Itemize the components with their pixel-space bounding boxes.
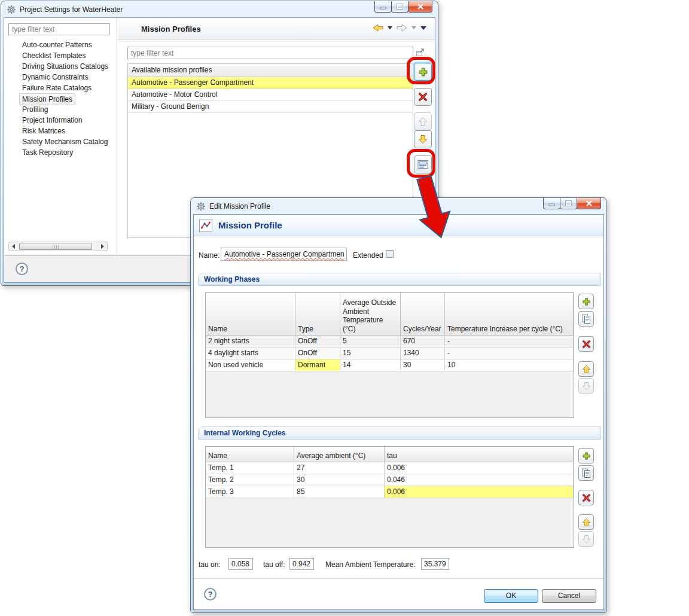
tau-off-label: tau off: <box>263 560 285 569</box>
close-button[interactable] <box>577 198 601 209</box>
name-field[interactable]: Automotive - Passenger Compartmen <box>221 248 347 261</box>
help-icon[interactable]: ? <box>16 263 28 275</box>
form-header: Mission Profile <box>194 215 603 236</box>
move-profile-down-button[interactable] <box>414 130 432 148</box>
column-header: Name <box>206 293 295 336</box>
window2-titlebar[interactable]: Edit Mission Profile <box>191 198 606 214</box>
tree-item-safety-mechanism-catalog[interactable]: Safety Mechanism Catalog <box>4 136 117 147</box>
tree-item-profiling[interactable]: Profiling <box>4 104 117 115</box>
table-cell[interactable]: 85 <box>294 486 385 498</box>
maximize-button[interactable] <box>391 1 408 13</box>
table-cell[interactable]: 10 <box>445 359 574 371</box>
delete-phase-button[interactable] <box>578 336 594 352</box>
move-profile-up-button[interactable] <box>414 112 432 130</box>
table-cell[interactable]: Non used vehicle <box>206 359 295 371</box>
move-phase-up-button[interactable] <box>578 361 594 377</box>
move-cycle-up-button[interactable] <box>578 514 594 530</box>
sidebar-filter-input[interactable] <box>8 23 110 35</box>
tau-on-field[interactable]: 0.058 <box>228 558 253 570</box>
scroll-left-arrow[interactable] <box>9 242 18 251</box>
copy-phase-button[interactable] <box>578 311 594 327</box>
delete-cycle-button[interactable] <box>578 490 594 505</box>
help-icon[interactable]: ? <box>204 588 217 600</box>
table-cell[interactable]: OnOff <box>295 347 340 359</box>
window1-titlebar[interactable]: Project Settings for WaterHeater <box>1 1 438 17</box>
table-cell[interactable]: 27 <box>294 462 385 474</box>
table-cell[interactable]: OnOff <box>295 336 340 347</box>
table-cell[interactable]: 14 <box>340 359 401 371</box>
filter-toggle-icon[interactable] <box>416 48 425 57</box>
back-history-caret-icon[interactable] <box>388 26 392 29</box>
forward-icon[interactable] <box>397 24 407 32</box>
tree-item-dynamic-constraints[interactable]: Dynamic Constraints <box>4 72 117 83</box>
profile-row-motor-control[interactable]: Automotive - Motor Control <box>128 89 413 101</box>
table-row: 2 night starts OnOff 5 670 - <box>206 336 574 347</box>
extended-checkbox[interactable] <box>386 250 394 258</box>
scrollbar-thumb[interactable] <box>19 243 92 250</box>
name-label: Name: <box>199 251 219 260</box>
tree-item-project-information[interactable]: Project Information <box>4 115 117 126</box>
copy-icon <box>581 314 591 324</box>
gear-icon <box>196 202 206 211</box>
arrow-up-icon <box>418 117 428 126</box>
tau-off-field[interactable]: 0.942 <box>289 558 314 570</box>
table-cell-highlighted[interactable]: Dormant <box>295 359 340 371</box>
table-cell[interactable]: Temp. 2 <box>206 474 294 486</box>
scroll-right-arrow[interactable] <box>98 242 107 251</box>
profile-row-ground-benign[interactable]: Military - Ground Benign <box>128 101 413 113</box>
table-cell[interactable]: - <box>445 347 574 359</box>
tree-item-failure-rate-catalogs[interactable]: Failure Rate Catalogs <box>4 83 117 93</box>
cancel-button[interactable]: Cancel <box>542 589 596 603</box>
table-cell[interactable]: 30 <box>401 359 445 371</box>
column-header: Type <box>295 293 340 336</box>
annotation-circle-edit-button <box>407 149 435 178</box>
maximize-button[interactable] <box>560 198 577 209</box>
table-cell[interactable]: Temp. 1 <box>206 462 294 474</box>
delete-icon <box>418 92 428 102</box>
copy-cycle-button[interactable] <box>578 465 594 481</box>
table-cell[interactable]: 670 <box>401 336 445 347</box>
list-header: Available mission profiles <box>128 64 413 77</box>
add-phase-button[interactable] <box>578 294 594 309</box>
tree-item-driving-situations-catalogs[interactable]: Driving Situations Catalogs <box>4 61 117 72</box>
table-cell[interactable]: 0.046 <box>385 474 574 486</box>
table-cell[interactable]: 5 <box>340 336 401 347</box>
table-cell[interactable]: Temp. 3 <box>206 486 294 498</box>
view-menu-caret-icon[interactable] <box>420 26 426 30</box>
mean-temp-field[interactable]: 35.379 <box>421 558 449 570</box>
minimize-button[interactable] <box>374 1 392 13</box>
internal-cycles-table: Name Average ambient (°C) tau Temp. 1 27… <box>205 446 574 548</box>
close-button[interactable] <box>408 1 432 13</box>
table-cell[interactable]: 4 daylight starts <box>206 347 295 359</box>
table-row: Non used vehicle Dormant 14 30 10 <box>206 359 574 371</box>
add-cycle-button[interactable] <box>578 448 594 463</box>
move-cycle-down-button[interactable] <box>578 531 594 547</box>
table-cell[interactable]: 15 <box>340 347 401 359</box>
ok-button[interactable]: OK <box>484 589 538 603</box>
tree-item-checklist-templates[interactable]: Checklist Templates <box>4 50 117 61</box>
internal-cycles-section-header: Internal Working Cycles <box>198 426 601 440</box>
table-row: Temp. 2 30 0.046 <box>206 474 574 486</box>
delete-profile-button[interactable] <box>414 88 432 106</box>
table-cell[interactable]: 30 <box>294 474 385 486</box>
table-row: Temp. 3 85 0.006 <box>206 486 574 498</box>
tree-item-risk-matrices[interactable]: Risk Matrices <box>4 126 117 136</box>
back-icon[interactable] <box>373 24 383 32</box>
table-cell[interactable]: 1340 <box>401 347 445 359</box>
profiles-filter-input[interactable] <box>127 47 413 59</box>
tree-item-task-repository[interactable]: Task Repository <box>4 147 117 158</box>
tree-item-mission-profiles[interactable]: Mission Profiles <box>4 93 117 104</box>
table-cell[interactable]: 0.006 <box>385 462 574 474</box>
forward-history-caret-icon[interactable] <box>411 26 416 29</box>
minimize-button[interactable] <box>543 198 560 209</box>
table-cell-highlighted[interactable]: 0.006 <box>385 486 574 498</box>
copy-icon <box>581 468 591 478</box>
move-phase-down-button[interactable] <box>578 378 594 394</box>
delete-icon <box>582 493 591 502</box>
tau-on-label: tau on: <box>199 560 221 569</box>
profile-row-passenger-compartment[interactable]: Automotive - Passenger Compartment <box>128 77 413 89</box>
table-cell[interactable]: - <box>445 336 574 347</box>
horizontal-scrollbar[interactable] <box>8 242 108 251</box>
tree-item-auto-counter-patterns[interactable]: Auto-counter Patterns <box>4 39 117 50</box>
table-cell[interactable]: 2 night starts <box>206 336 295 347</box>
